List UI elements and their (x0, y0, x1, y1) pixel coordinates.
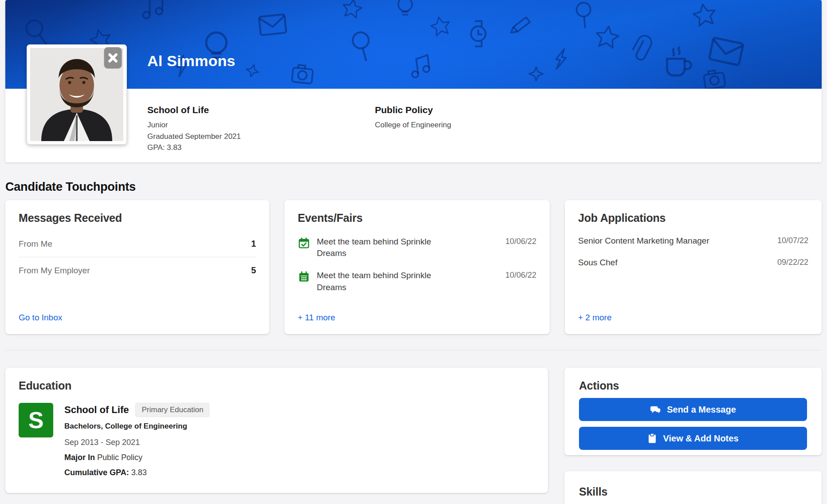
event-date: 10/06/22 (505, 270, 536, 293)
cumulative-gpa-value: 3.83 (131, 468, 147, 477)
messages-received-card: Messages Received From Me 1 From My Empl… (5, 200, 269, 334)
college-name: College of Engineering (375, 119, 451, 131)
education-details: School of Life Primary Education Bachelo… (64, 403, 209, 477)
messages-row-from-me: From Me 1 (19, 231, 256, 257)
section-divider (5, 350, 822, 350)
skills-card: Skills (564, 471, 822, 504)
events-list: Meet the team behind Sprinkle Dreams 10/… (298, 236, 536, 293)
jobs-list: Senior Content Marketing Manager 10/07/2… (578, 236, 808, 268)
education-major-line: Major In Public Policy (64, 453, 209, 462)
profile-school-column: School of Life Junior Graduated Septembe… (147, 105, 375, 162)
touchpoints-section-title: Candidate Touchpoints (5, 180, 822, 194)
messages-card-title: Messages Received (19, 212, 256, 224)
messages-rows: From Me 1 From My Employer 5 (19, 231, 256, 284)
touchpoints-row: Messages Received From Me 1 From My Empl… (5, 200, 822, 334)
class-year: Junior (147, 119, 375, 131)
job-list-item: Senior Content Marketing Manager 10/07/2… (578, 236, 808, 246)
calendar-grid-icon (298, 271, 310, 283)
job-name[interactable]: Senior Content Marketing Manager (578, 236, 709, 246)
actions-card-title: Actions (579, 379, 807, 392)
school-logo: S (19, 403, 53, 437)
job-date: 09/22/22 (777, 258, 808, 268)
major-name: Public Policy (375, 105, 451, 115)
primary-education-badge: Primary Education (135, 403, 209, 417)
view-add-notes-label: View & Add Notes (663, 433, 738, 444)
major-label: Major In (64, 453, 95, 462)
calendar-check-icon (298, 237, 310, 249)
messages-row-from-employer: From My Employer 5 (19, 257, 256, 284)
skills-card-title: Skills (579, 485, 807, 498)
bottom-section: Education S School of Life Primary Educa… (5, 368, 822, 504)
profile-banner: Al Simmons (5, 0, 822, 89)
event-date: 10/06/22 (505, 236, 536, 259)
education-entry: S School of Life Primary Education Bache… (19, 403, 535, 477)
chat-bubbles-icon (650, 404, 661, 415)
event-name[interactable]: Meet the team behind Sprinkle Dreams (317, 236, 442, 259)
view-add-notes-button[interactable]: View & Add Notes (579, 427, 807, 450)
close-x-glyph (107, 52, 119, 64)
right-column: Actions Send a Message View & Add Notes (564, 368, 822, 504)
profile-major-column: Public Policy College of Engineering (375, 105, 451, 162)
education-card-title: Education (19, 379, 535, 392)
education-degree: Bachelors, College of Engineering (64, 422, 209, 431)
events-fairs-card: Events/Fairs Meet the team behind Sprink… (284, 200, 550, 334)
candidate-name: Al Simmons (147, 52, 235, 70)
jobs-card-title: Job Applications (578, 212, 808, 224)
go-to-inbox-link[interactable]: Go to Inbox (19, 313, 62, 323)
job-name[interactable]: Sous Chef (578, 258, 618, 268)
event-list-item: Meet the team behind Sprinkle Dreams 10/… (298, 236, 536, 259)
messages-row-label: From Me (19, 239, 52, 249)
job-date: 10/07/22 (777, 236, 808, 246)
school-name: School of Life (147, 105, 375, 115)
events-more-link[interactable]: + 11 more (298, 313, 335, 323)
candidate-profile-page: Al Simmons School of Life Junior Graduat… (0, 0, 827, 504)
banner-doodle-pattern (5, 0, 822, 89)
education-dates: Sep 2013 - Sep 2021 (64, 438, 209, 447)
education-name-line: School of Life Primary Education (64, 403, 209, 417)
jobs-more-link[interactable]: + 2 more (578, 313, 612, 323)
gpa: GPA: 3.83 (147, 142, 375, 154)
major-value: Public Policy (97, 453, 142, 462)
events-card-title: Events/Fairs (298, 212, 536, 224)
education-card: Education S School of Life Primary Educa… (5, 368, 548, 493)
job-applications-card: Job Applications Senior Content Marketin… (565, 200, 822, 334)
job-list-item: Sous Chef 09/22/22 (578, 258, 808, 268)
messages-row-value: 1 (251, 239, 256, 249)
clipboard-icon (647, 433, 657, 444)
education-gpa-line: Cumulative GPA: 3.83 (64, 468, 209, 477)
event-name[interactable]: Meet the team behind Sprinkle Dreams (317, 270, 442, 293)
graduation-status: Graduated September 2021 (147, 131, 375, 142)
cumulative-gpa-label: Cumulative GPA: (64, 468, 129, 477)
profile-photo-widget (27, 44, 127, 145)
profile-info-card: School of Life Junior Graduated Septembe… (5, 89, 822, 162)
send-message-button[interactable]: Send a Message (579, 398, 807, 421)
event-list-item: Meet the team behind Sprinkle Dreams 10/… (298, 270, 536, 293)
messages-row-value: 5 (251, 265, 256, 276)
education-school-name: School of Life (64, 404, 129, 416)
messages-row-label: From My Employer (19, 266, 90, 276)
send-message-label: Send a Message (667, 405, 736, 415)
close-icon[interactable] (104, 47, 122, 69)
actions-card: Actions Send a Message View & Add Notes (564, 368, 822, 455)
profile-header: Al Simmons School of Life Junior Graduat… (5, 0, 822, 162)
